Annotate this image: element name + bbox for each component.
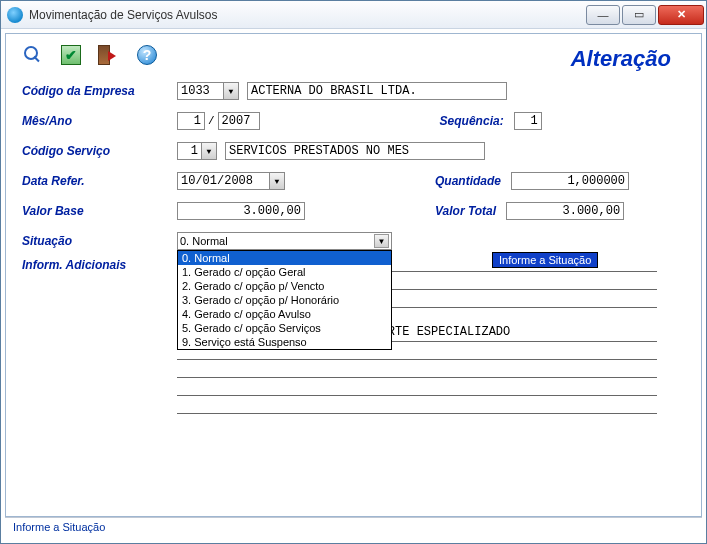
situacao-option[interactable]: 5. Gerado c/ opção Serviços	[178, 321, 391, 335]
content-panel: ✔ ? Alteração Código da Empresa 1033 ▼ M…	[5, 33, 702, 517]
close-button[interactable]: ✕	[658, 5, 704, 25]
codigo-servico-value: 1	[181, 144, 200, 158]
label-mes-ano: Mês/Ano	[22, 114, 177, 128]
data-refer-combo[interactable]: 10/01/2008 ▼	[177, 172, 285, 190]
label-codigo-empresa: Código da Empresa	[22, 84, 177, 98]
data-refer-value: 10/01/2008	[181, 174, 253, 188]
toolbar: ✔ ? Alteração	[16, 40, 691, 78]
info-line[interactable]	[177, 378, 657, 396]
situacao-option[interactable]: 9. Serviço está Suspenso	[178, 335, 391, 349]
page-mode-title: Alteração	[571, 46, 671, 72]
codigo-servico-combo[interactable]: 1 ▼	[177, 142, 217, 160]
search-icon	[23, 45, 43, 65]
servico-nome-field[interactable]	[225, 142, 485, 160]
sequencia-field[interactable]	[514, 112, 542, 130]
info-line[interactable]	[177, 360, 657, 378]
empresa-nome-field[interactable]	[247, 82, 507, 100]
confirm-button[interactable]: ✔	[58, 42, 84, 68]
form: Código da Empresa 1033 ▼ Mês/Ano / Sequê…	[16, 78, 691, 430]
label-data-refer: Data Refer.	[22, 174, 177, 188]
label-valor-total: Valor Total	[435, 204, 496, 218]
mes-ano-sep: /	[208, 115, 215, 127]
label-sequencia: Sequência:	[440, 114, 504, 128]
exit-icon	[98, 45, 120, 65]
chevron-down-icon: ▼	[269, 173, 284, 189]
situacao-option[interactable]: 1. Gerado c/ opção Geral	[178, 265, 391, 279]
codigo-empresa-value: 1033	[181, 84, 210, 98]
hint-tooltip: Informe a Situação	[492, 252, 598, 268]
app-window: Movimentação de Serviços Avulsos — ▭ ✕ ✔…	[0, 0, 707, 544]
chevron-down-icon: ▼	[223, 83, 238, 99]
situacao-dropdown[interactable]: 0. Normal1. Gerado c/ opção Geral2. Gera…	[177, 250, 392, 350]
valor-total-field[interactable]	[506, 202, 624, 220]
label-situacao: Situação	[22, 234, 177, 248]
situacao-select[interactable]: 0. Normal ▼	[177, 232, 392, 250]
minimize-button[interactable]: —	[586, 5, 620, 25]
quantidade-field[interactable]	[511, 172, 629, 190]
window-title: Movimentação de Serviços Avulsos	[29, 8, 584, 22]
titlebar: Movimentação de Serviços Avulsos — ▭ ✕	[1, 1, 706, 29]
label-inform-adicionais: Inform. Adicionais	[22, 254, 177, 272]
label-quantidade: Quantidade	[435, 174, 501, 188]
maximize-button[interactable]: ▭	[622, 5, 656, 25]
mes-field[interactable]	[177, 112, 205, 130]
info-line[interactable]	[177, 396, 657, 414]
situacao-option[interactable]: 4. Gerado c/ opção Avulso	[178, 307, 391, 321]
situacao-selected: 0. Normal	[180, 235, 228, 247]
help-button[interactable]: ?	[134, 42, 160, 68]
check-icon: ✔	[61, 45, 81, 65]
help-icon: ?	[137, 45, 157, 65]
situacao-option[interactable]: 0. Normal	[178, 251, 391, 265]
valor-base-field[interactable]	[177, 202, 305, 220]
search-button[interactable]	[20, 42, 46, 68]
label-valor-base: Valor Base	[22, 204, 177, 218]
exit-button[interactable]	[96, 42, 122, 68]
label-codigo-servico: Código Serviço	[22, 144, 177, 158]
situacao-option[interactable]: 3. Gerado c/ opção p/ Honorário	[178, 293, 391, 307]
statusbar: Informe a Situação	[5, 517, 702, 539]
chevron-down-icon: ▼	[201, 143, 216, 159]
codigo-empresa-combo[interactable]: 1033 ▼	[177, 82, 239, 100]
ano-field[interactable]	[218, 112, 260, 130]
chevron-down-icon: ▼	[374, 234, 389, 248]
app-icon	[7, 7, 23, 23]
situacao-option[interactable]: 2. Gerado c/ opção p/ Vencto	[178, 279, 391, 293]
